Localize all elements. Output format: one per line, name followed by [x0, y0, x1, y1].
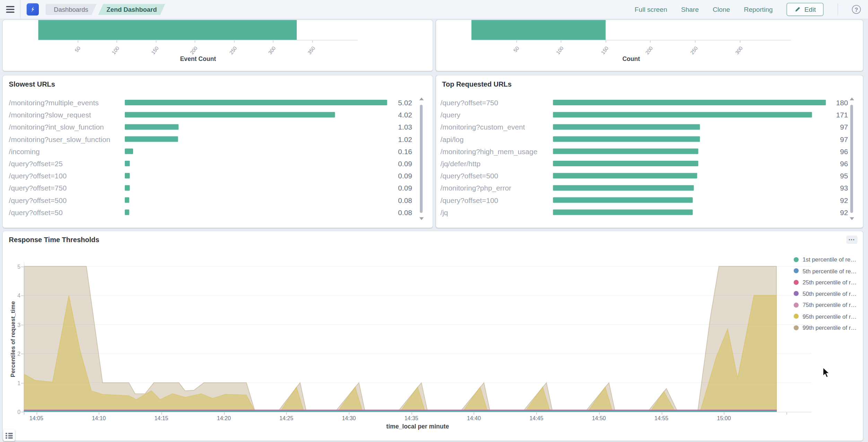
x-axis-tick: [561, 41, 562, 43]
y-axis-tick-label: 1: [9, 380, 20, 386]
url-label: /query?offset=500: [3, 196, 125, 204]
scrollbar-thumb[interactable]: [420, 105, 423, 213]
help-icon[interactable]: ?: [852, 5, 861, 14]
scroll-up-icon[interactable]: [419, 98, 424, 100]
url-list-item[interactable]: /jq/defer/http96: [436, 157, 848, 169]
x-axis-tick-label: 100: [111, 45, 120, 55]
reporting-button[interactable]: Reporting: [744, 6, 773, 13]
url-value: 0.08: [393, 196, 412, 204]
url-list-item[interactable]: /query171: [436, 109, 848, 121]
edit-button[interactable]: Edit: [787, 3, 824, 16]
url-label: /query?offset=100: [436, 196, 553, 204]
legend-item[interactable]: 1st percentile of re…: [794, 254, 861, 265]
url-list-item[interactable]: /query?offset=1000.09: [3, 170, 412, 182]
legend-color-dot: [794, 325, 799, 330]
url-list-item[interactable]: /query?offset=250.09: [3, 157, 412, 169]
url-bar: [125, 112, 335, 117]
url-list-item[interactable]: /query?offset=750180: [436, 96, 848, 108]
x-axis-tick: [99, 412, 99, 414]
url-value: 0.08: [393, 208, 412, 216]
x-axis-tick: [411, 412, 412, 414]
legend-item[interactable]: 75th percentile of r…: [794, 299, 861, 311]
url-list-item[interactable]: /monitoring?multiple_events5.02: [3, 96, 412, 108]
url-bar: [553, 112, 812, 117]
x-axis-tick-label: 350: [306, 45, 316, 55]
url-list-item[interactable]: /monitoring?int_slow_function1.03: [3, 121, 412, 133]
legend-label: 99th percentile of r…: [802, 324, 857, 331]
x-axis-tick-label: 200: [645, 45, 654, 55]
url-list-item[interactable]: /query?offset=10092: [436, 194, 848, 206]
url-list-item[interactable]: /incoming0.16: [3, 145, 412, 157]
url-label: /monitoring?multiple_events: [3, 98, 125, 107]
scroll-down-icon[interactable]: [419, 217, 424, 220]
share-button[interactable]: Share: [681, 6, 699, 13]
legend-item[interactable]: 25th percentile of r…: [794, 276, 861, 288]
url-bar: [125, 100, 387, 105]
breadcrumb: Dashboards Zend Dashboard: [45, 4, 165, 15]
url-list-item[interactable]: /query?offset=7500.09: [3, 182, 412, 194]
x-axis-tick: [36, 412, 37, 414]
url-list-item[interactable]: /monitoring?high_mem_usage96: [436, 145, 848, 157]
url-bar-track: [125, 210, 393, 215]
url-list-item[interactable]: /monitoring?php_error93: [436, 182, 848, 194]
url-bar-track: [553, 112, 830, 117]
y-axis-tick: [21, 325, 24, 325]
url-value: 180: [830, 98, 848, 107]
legend-item[interactable]: 5th percentile of re…: [794, 265, 861, 277]
x-axis-tick-label: 200: [189, 45, 199, 55]
x-axis-title: Count: [471, 55, 791, 62]
legend-item[interactable]: 95th percentile of r…: [794, 311, 861, 322]
url-value: 96: [830, 147, 848, 156]
panel-title: Top Requested URLs: [442, 80, 512, 88]
url-label: /jq: [436, 208, 553, 216]
url-bar-track: [125, 197, 393, 203]
legend-toggle-button[interactable]: [3, 430, 15, 441]
scroll-up-icon[interactable]: [850, 98, 854, 100]
clone-button[interactable]: Clone: [713, 6, 730, 13]
url-list-item[interactable]: /monitoring?user_slow_function1.02: [3, 133, 412, 145]
legend-item[interactable]: 99th percentile of r…: [794, 322, 861, 334]
breadcrumb-zend-dashboard[interactable]: Zend Dashboard: [98, 4, 165, 15]
url-list-item[interactable]: /monitoring?custom_event97: [436, 121, 848, 133]
url-bar-track: [125, 185, 393, 191]
count-chart: 50100150200250300Count: [436, 20, 863, 71]
y-axis-tick: [21, 412, 24, 413]
url-list-item[interactable]: /query?offset=500.08: [3, 206, 412, 218]
panel-options-icon[interactable]: ⋯: [847, 236, 858, 244]
url-list-item[interactable]: /query?offset=50095: [436, 170, 848, 182]
menu-icon[interactable]: [0, 0, 20, 19]
scrollbar-thumb[interactable]: [850, 105, 853, 213]
legend-item[interactable]: 50th percentile of r…: [794, 288, 861, 299]
legend-label: 1st percentile of re…: [802, 256, 856, 263]
x-axis-title: time_local per minute: [24, 423, 811, 430]
url-bar-track: [125, 161, 393, 166]
full-screen-button[interactable]: Full screen: [635, 6, 667, 13]
scroll-down-icon[interactable]: [850, 217, 854, 220]
x-axis-tick-label: 300: [268, 45, 277, 55]
url-value: 0.09: [393, 184, 412, 192]
url-list-item[interactable]: /query?offset=5000.08: [3, 194, 412, 206]
x-axis-tick: [787, 412, 787, 414]
x-axis-tick-label: 14:15: [150, 415, 172, 421]
url-label: /api/log: [436, 135, 553, 143]
panel-event-count-chart: 50100150200250300350Event Count: [3, 20, 433, 71]
url-label: /query?offset=50: [3, 208, 125, 216]
url-bar-track: [553, 173, 830, 178]
url-list-item[interactable]: /jq92: [436, 206, 848, 218]
app-logo[interactable]: [27, 3, 39, 16]
url-bar-track: [553, 161, 830, 166]
bar: [38, 20, 296, 40]
url-value: 4.02: [393, 110, 412, 119]
url-value: 97: [830, 135, 848, 143]
url-bar: [125, 161, 130, 166]
url-bar: [553, 173, 697, 178]
breadcrumb-dashboards[interactable]: Dashboards: [45, 4, 96, 15]
x-axis-tick-label: 250: [689, 45, 698, 55]
y-axis-title: Percentiles of request_time: [9, 295, 16, 383]
x-axis-tick: [695, 41, 696, 43]
url-bar: [125, 173, 130, 178]
legend-color-dot: [794, 268, 799, 273]
url-list-item[interactable]: /monitoring?slow_request4.02: [3, 109, 412, 121]
url-list-item[interactable]: /api/log97: [436, 133, 848, 145]
top-requested-urls-list: /query?offset=750180/query171/monitoring…: [436, 96, 848, 218]
